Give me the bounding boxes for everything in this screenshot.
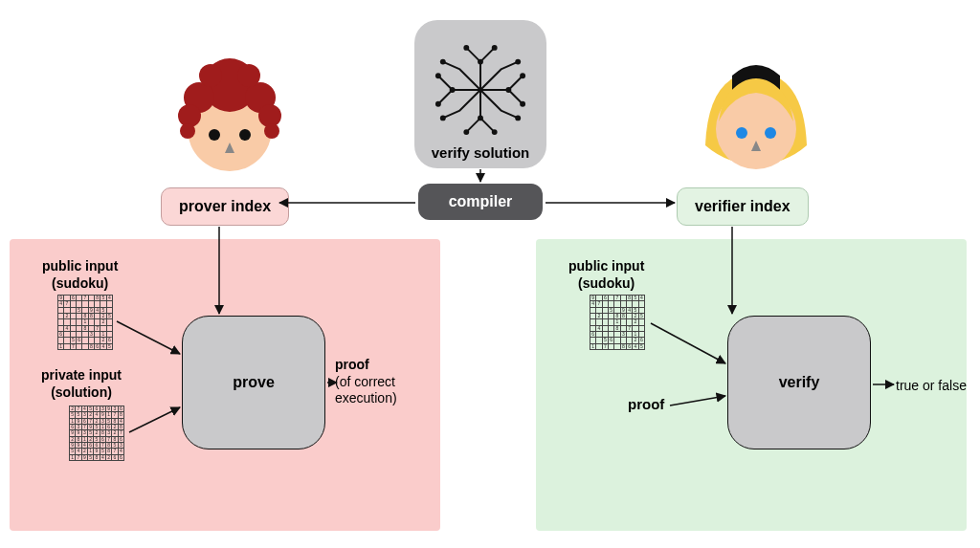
svg-point-27	[239, 129, 251, 141]
verify-solution-box: verify solution	[414, 20, 546, 168]
public-input-label-right: public input (sudoku)	[568, 258, 644, 292]
svg-point-0	[463, 45, 469, 51]
compiler-label: compiler	[449, 193, 513, 209]
svg-point-6	[435, 73, 441, 78]
prove-label: prove	[233, 374, 275, 391]
prover-index-box: prover index	[161, 187, 289, 226]
svg-point-5	[492, 129, 498, 135]
svg-point-26	[209, 129, 220, 141]
prover-avatar-icon	[172, 55, 287, 187]
verify-solution-label: verify solution	[432, 144, 530, 161]
sudoku-grid-public-left: 96785447594528825124876315626178645	[57, 295, 113, 350]
verify-box: verify	[727, 316, 871, 449]
verifier-index-label: verifier index	[695, 198, 791, 214]
svg-point-9	[440, 115, 446, 121]
prove-box: prove	[182, 316, 325, 449]
svg-point-3	[520, 101, 525, 107]
verifier-avatar-icon	[694, 55, 818, 192]
private-input-label: private input (solution)	[41, 367, 122, 401]
svg-point-25	[264, 123, 279, 139]
prover-index-label: prover index	[179, 198, 271, 214]
svg-point-1	[492, 45, 498, 51]
svg-point-11	[515, 115, 521, 121]
true-false-output-label: true or false	[896, 378, 967, 393]
circuit-icon	[434, 43, 527, 141]
svg-point-4	[463, 129, 469, 135]
svg-point-13	[505, 87, 511, 93]
verify-label: verify	[779, 374, 820, 391]
svg-point-10	[440, 59, 446, 65]
svg-point-2	[520, 73, 525, 78]
compiler-box: compiler	[418, 184, 543, 220]
sudoku-grid-private: 2745639365532491781967235846379516289935…	[69, 406, 124, 461]
svg-point-14	[478, 115, 483, 121]
svg-point-31	[765, 127, 776, 139]
proof-output-label: proof (of correct execution)	[335, 357, 397, 407]
public-input-label-left: public input (sudoku)	[42, 258, 118, 292]
svg-point-23	[237, 64, 260, 87]
sudoku-grid-public-right: 96785447594528825124876315626178645	[590, 295, 645, 350]
verifier-index-box: verifier index	[677, 187, 809, 226]
svg-point-8	[515, 59, 521, 65]
svg-point-30	[736, 127, 747, 139]
proof-input-label: proof	[628, 396, 664, 412]
svg-point-15	[450, 87, 456, 93]
svg-point-24	[180, 123, 195, 139]
svg-point-7	[435, 101, 441, 107]
svg-point-12	[478, 59, 483, 65]
svg-point-22	[199, 64, 222, 87]
